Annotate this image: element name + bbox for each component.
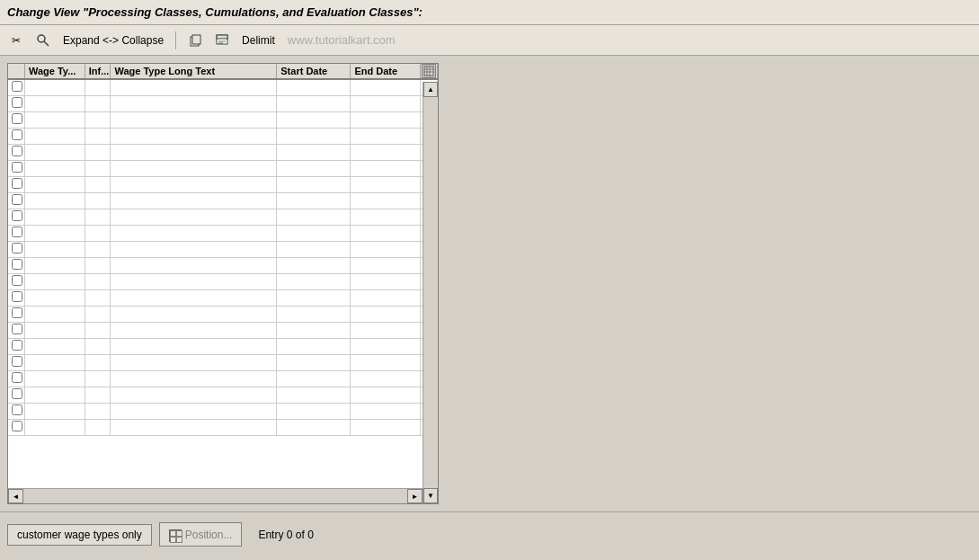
copy-icon — [188, 33, 202, 48]
table-row[interactable] — [8, 338, 438, 354]
entry-count: Entry 0 of 0 — [258, 529, 313, 541]
col-header-inf[interactable]: Inf... — [85, 64, 111, 79]
data-table: Wage Ty... Inf... Wage Type Long Text St… — [8, 64, 438, 436]
row-checkbox[interactable] — [12, 275, 22, 286]
table-row[interactable] — [8, 419, 438, 435]
export-icon — [215, 33, 229, 48]
position-label: Position... — [185, 529, 233, 541]
col-header-enddate[interactable]: End Date — [351, 64, 421, 79]
table-row[interactable] — [8, 192, 438, 209]
row-checkbox[interactable] — [12, 307, 22, 318]
row-checkbox[interactable] — [12, 129, 22, 140]
table-row[interactable] — [8, 111, 438, 128]
position-button[interactable]: Position... — [159, 522, 243, 547]
row-checkbox[interactable] — [12, 97, 22, 108]
table-row[interactable] — [8, 128, 438, 144]
row-checkbox[interactable] — [12, 113, 22, 124]
row-checkbox[interactable] — [12, 421, 22, 431]
export-button[interactable] — [211, 31, 233, 49]
table-row[interactable] — [8, 306, 438, 322]
table-row[interactable] — [8, 176, 438, 192]
table-row[interactable] — [8, 289, 438, 306]
col-header-startdate[interactable]: Start Date — [277, 64, 351, 79]
row-checkbox[interactable] — [12, 227, 22, 237]
row-checkbox[interactable] — [12, 372, 22, 383]
col-header-longtext[interactable]: Wage Type Long Text — [111, 64, 277, 79]
page-title: Change View "Processing Classes, Cumulat… — [0, 0, 979, 25]
svg-rect-5 — [217, 35, 227, 39]
col-header-scroll — [421, 64, 438, 79]
scroll-track[interactable] — [423, 97, 438, 488]
hscroll-track[interactable] — [23, 489, 407, 503]
svg-line-1 — [44, 41, 49, 46]
row-checkbox[interactable] — [12, 259, 22, 270]
table-row[interactable] — [8, 241, 438, 257]
copy-button[interactable] — [184, 31, 206, 49]
svg-point-0 — [38, 35, 45, 42]
footer-bar: customer wage types only Position... Ent… — [0, 511, 979, 556]
table-container: Wage Ty... Inf... Wage Type Long Text St… — [7, 63, 439, 504]
svg-rect-8 — [424, 67, 433, 76]
row-checkbox[interactable] — [12, 404, 22, 415]
table-scroll-area[interactable]: Wage Ty... Inf... Wage Type Long Text St… — [8, 64, 438, 503]
separator-1 — [175, 31, 176, 49]
row-checkbox[interactable] — [12, 324, 22, 334]
table-row[interactable] — [8, 370, 438, 387]
watermark-text: www.tutorialkart.com — [288, 33, 396, 47]
scissors-icon: ✂ — [9, 33, 23, 48]
scroll-right-button[interactable]: ► — [407, 489, 423, 503]
table-row[interactable] — [8, 225, 438, 241]
scissors-button[interactable]: ✂ — [5, 31, 27, 49]
table-settings-icon[interactable] — [422, 64, 436, 78]
table-row[interactable] — [8, 209, 438, 225]
table-row[interactable] — [8, 160, 438, 176]
row-checkbox[interactable] — [12, 210, 22, 221]
row-checkbox[interactable] — [12, 178, 22, 189]
table-row[interactable] — [8, 144, 438, 160]
row-checkbox[interactable] — [12, 388, 22, 399]
table-row[interactable] — [8, 403, 438, 419]
row-checkbox[interactable] — [12, 340, 22, 351]
row-checkbox[interactable] — [12, 356, 22, 367]
table-row[interactable] — [8, 95, 438, 111]
row-checkbox[interactable] — [12, 81, 22, 92]
table-row[interactable] — [8, 79, 438, 95]
vertical-scrollbar: ▲ ▼ — [423, 82, 438, 503]
col-header-check — [8, 64, 24, 79]
toolbar: ✂ Expand <-> Collapse — [0, 25, 979, 56]
row-checkbox[interactable] — [12, 194, 22, 205]
search-button[interactable] — [32, 31, 54, 49]
table-row[interactable] — [8, 322, 438, 338]
row-checkbox[interactable] — [12, 146, 22, 156]
customer-wage-types-button[interactable]: customer wage types only — [7, 524, 152, 546]
table-row[interactable] — [8, 273, 438, 289]
row-checkbox[interactable] — [12, 243, 22, 253]
table-row[interactable] — [8, 354, 438, 370]
scroll-left-button[interactable]: ◄ — [8, 489, 23, 503]
position-icon — [169, 527, 182, 542]
expand-collapse-label: Expand <-> Collapse — [63, 34, 164, 47]
table-row[interactable] — [8, 387, 438, 403]
row-checkbox[interactable] — [12, 162, 22, 173]
delimit-button[interactable]: Delimit — [238, 32, 279, 49]
scroll-up-button[interactable]: ▲ — [423, 82, 438, 97]
expand-collapse-button[interactable]: Expand <-> Collapse — [59, 32, 167, 49]
col-header-wagety[interactable]: Wage Ty... — [24, 64, 85, 79]
search-icon — [36, 33, 50, 48]
scroll-down-button[interactable]: ▼ — [423, 488, 438, 503]
main-area: Wage Ty... Inf... Wage Type Long Text St… — [0, 56, 979, 511]
delimit-label: Delimit — [242, 34, 275, 47]
row-checkbox[interactable] — [12, 291, 22, 302]
table-row[interactable] — [8, 257, 438, 273]
horizontal-scrollbar: ◄ ► — [8, 488, 423, 503]
svg-rect-3 — [192, 35, 200, 44]
